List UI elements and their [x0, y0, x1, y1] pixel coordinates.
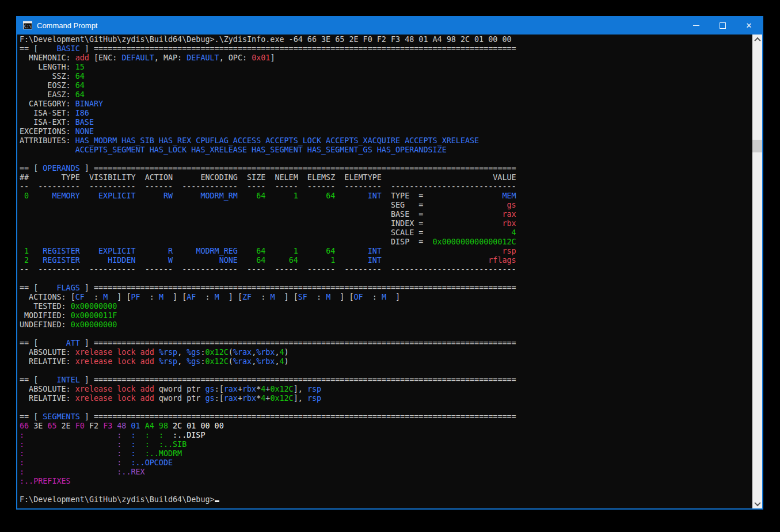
terminal-line: ABSOLUTE: xrelease lock add qword ptr gs…	[20, 385, 752, 394]
scroll-up-button[interactable]	[752, 35, 762, 44]
terminal-line: BASE = rax	[20, 210, 752, 219]
terminal-line: 66 3E 65 2E F0 F2 F3 48 01 A4 98 2C 01 0…	[20, 422, 752, 431]
terminal-line: -- --------- ---------- ------ ---------…	[20, 182, 752, 192]
terminal-line: 0 MEMORY EXPLICIT RW MODRM_RM 64 1 64 IN…	[20, 192, 752, 201]
maximize-button[interactable]	[709, 16, 736, 35]
window-title: Command Prompt	[37, 21, 683, 30]
terminal-line: == [ FLAGS ] ===========================…	[20, 284, 752, 293]
minimize-button[interactable]	[683, 16, 709, 35]
terminal-line	[20, 403, 752, 412]
terminal-line: : :..REX	[20, 468, 752, 477]
terminal-line: TESTED: 0x00000000	[20, 302, 752, 311]
terminal-line: : : : : : :..DISP	[20, 431, 752, 440]
close-icon: ✕	[746, 22, 752, 29]
title-bar[interactable]: C:\ Command Prompt ✕	[17, 16, 762, 35]
terminal-line	[20, 486, 752, 495]
scrollbar[interactable]	[752, 35, 762, 508]
terminal-line: RELATIVE: xrelease lock add qword ptr gs…	[20, 394, 752, 403]
terminal-line: ATTRIBUTES: HAS_MODRM HAS_SIB HAS_REX CP…	[20, 136, 752, 146]
terminal-line: EOSZ: 64	[20, 81, 752, 90]
terminal-line: == [ BASIC ] ===========================…	[20, 44, 752, 53]
terminal-line: F:\Development\GitHub\zydis\Build64\Debu…	[20, 35, 752, 44]
desktop-background: C:\ Command Prompt ✕ F:\Development\GitH…	[0, 0, 780, 532]
terminal-line: MNEMONIC: add [ENC: DEFAULT, MAP: DEFAUL…	[20, 53, 752, 63]
terminal-line: F:\Development\GitHub\zydis\Build64\Debu…	[20, 495, 752, 504]
window-controls: ✕	[683, 16, 762, 35]
command-prompt-window: C:\ Command Prompt ✕ F:\Development\GitH…	[16, 16, 763, 510]
terminal-line: == [ SEGMENTS ] ========================…	[20, 412, 752, 422]
terminal-line: ACTIONS: [CF : M ] [PF : M ] [AF : M ] […	[20, 293, 752, 302]
terminal-line: == [ OPERANDS ] ========================…	[20, 164, 752, 173]
terminal-line: ACCEPTS_SEGMENT HAS_LOCK HAS_XRELEASE HA…	[20, 146, 752, 155]
scrollbar-track[interactable]	[752, 44, 762, 499]
terminal-line: ISA-EXT: BASE	[20, 118, 752, 127]
scroll-down-button[interactable]	[752, 499, 762, 508]
window-body: F:\Development\GitHub\zydis\Build64\Debu…	[17, 35, 762, 508]
terminal-line: -- --------- ---------- ------ ---------…	[20, 265, 752, 274]
terminal-line: INDEX = rbx	[20, 219, 752, 228]
terminal-line: RELATIVE: xrelease lock add %rsp, %gs:0x…	[20, 357, 752, 366]
cmd-icon: C:\	[23, 21, 32, 29]
terminal-line	[20, 330, 752, 339]
chevron-up-icon	[754, 37, 760, 43]
terminal-line: ISA-SET: I86	[20, 109, 752, 118]
terminal-line: 1 REGISTER EXPLICIT R MODRM_REG 64 1 64 …	[20, 247, 752, 256]
terminal-line: :..PREFIXES	[20, 477, 752, 486]
minimize-icon	[693, 25, 699, 26]
terminal-line: : : : : :..SIB	[20, 440, 752, 449]
terminal-line: ABSOLUTE: xrelease lock add %rsp, %gs:0x…	[20, 348, 752, 357]
terminal-line: == [ INTEL ] ===========================…	[20, 376, 752, 385]
terminal-line: 2 REGISTER HIDDEN W NONE 64 64 1 INT rfl…	[20, 256, 752, 265]
terminal-line: LENGTH: 15	[20, 63, 752, 72]
terminal-line: ## TYPE VISIBILITY ACTION ENCODING SIZE …	[20, 173, 752, 182]
scrollbar-thumb[interactable]	[752, 140, 762, 152]
terminal-line	[20, 366, 752, 376]
terminal-output[interactable]: F:\Development\GitHub\zydis\Build64\Debu…	[17, 35, 752, 508]
maximize-icon	[720, 22, 726, 29]
text-cursor	[215, 500, 219, 502]
terminal-line: == [ ATT ] =============================…	[20, 339, 752, 348]
terminal-line: CATEGORY: BINARY	[20, 99, 752, 109]
terminal-line: SCALE = 4	[20, 228, 752, 238]
terminal-line: : : : :..MODRM	[20, 449, 752, 458]
terminal-line	[20, 155, 752, 164]
close-button[interactable]: ✕	[736, 16, 762, 35]
terminal-line: EASZ: 64	[20, 90, 752, 99]
terminal-line: SEG = gs	[20, 201, 752, 210]
chevron-down-icon	[754, 499, 760, 506]
terminal-line: SSZ: 64	[20, 72, 752, 81]
terminal-line: UNDEFINED: 0x00000000	[20, 320, 752, 330]
terminal-line: MODIFIED: 0x0000011F	[20, 311, 752, 320]
terminal-line: DISP = 0x000000000000012C	[20, 238, 752, 247]
terminal-line: EXCEPTIONS: NONE	[20, 127, 752, 136]
terminal-line	[20, 274, 752, 284]
terminal-line: : : :..OPCODE	[20, 458, 752, 468]
svg-text:C:\: C:\	[24, 24, 32, 29]
